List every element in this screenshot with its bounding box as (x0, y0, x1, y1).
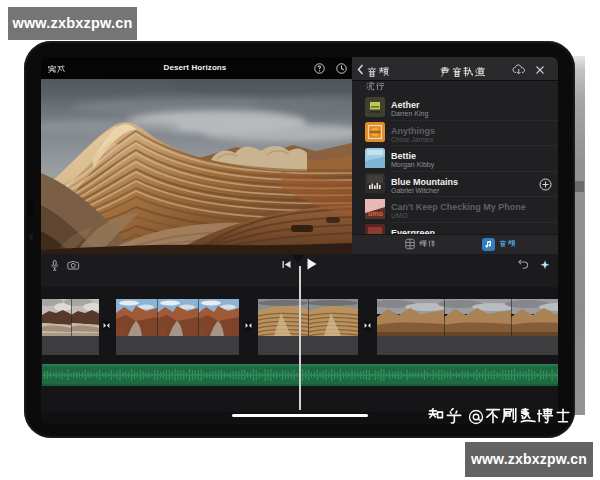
svg-text:umo: umo (368, 210, 383, 217)
